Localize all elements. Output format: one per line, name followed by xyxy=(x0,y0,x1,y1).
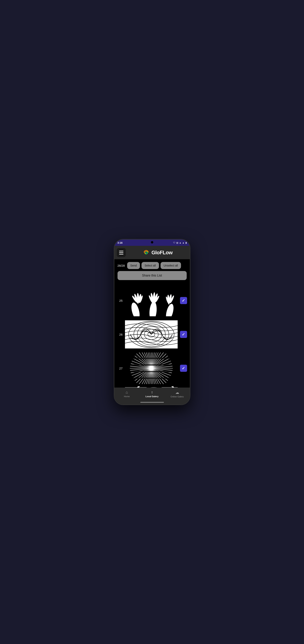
menu-line-2 xyxy=(119,252,123,253)
app-header: GloFLow xyxy=(114,246,190,259)
list-item: 27 xyxy=(114,351,190,385)
bottom-navigation: ⌂ Home ↑ Local Galery ☁ Online Galery xyxy=(114,388,190,400)
wifi-icon: ▲ xyxy=(179,242,181,244)
items-list: 25 xyxy=(114,282,190,388)
camera-notch xyxy=(151,241,153,244)
nav-label-online-gallery: Online Galery xyxy=(170,396,184,398)
nav-item-local-gallery[interactable]: ↑ Local Galery xyxy=(140,388,165,399)
share-list-button[interactable]: Share this List xyxy=(118,271,187,280)
svg-point-0 xyxy=(146,252,147,253)
main-content: 28/28 Send Select all Unselect all Share… xyxy=(114,259,190,388)
online-gallery-nav-icon: ☁ xyxy=(175,390,179,395)
unselect-all-button[interactable]: Unselect all xyxy=(160,262,181,269)
phone-frame: 3:16 🛡 ▤ ▲ ▲ ▮ xyxy=(114,239,190,405)
shield-icon: 🛡 xyxy=(173,242,175,244)
item-checkbox-26[interactable]: ✓ xyxy=(180,331,187,338)
app-title: GloFLow xyxy=(152,250,173,256)
status-time: 3:16 xyxy=(118,241,123,244)
selection-count: 28/28 xyxy=(118,264,125,267)
battery-icon: ▮ xyxy=(185,242,187,244)
checkmark-icon: ✓ xyxy=(182,298,185,302)
home-bar xyxy=(140,402,164,403)
item-number: 26 xyxy=(117,333,123,336)
nav-label-home: Home xyxy=(124,395,130,398)
toolbar: 28/28 Send Select all Unselect all Share… xyxy=(114,259,190,282)
item-image-27 xyxy=(125,352,178,384)
nav-item-online-gallery[interactable]: ☁ Online Galery xyxy=(165,388,190,399)
menu-button[interactable] xyxy=(117,248,126,257)
nav-label-local-gallery: Local Galery xyxy=(146,395,158,398)
item-number: 25 xyxy=(117,299,123,302)
status-icons: 🛡 ▤ ▲ ▲ ▮ xyxy=(173,242,187,244)
item-number: 27 xyxy=(117,367,123,370)
send-button[interactable]: Send xyxy=(127,262,140,269)
spiral-logo-icon xyxy=(143,249,150,256)
local-gallery-nav-icon: ↑ xyxy=(151,390,153,395)
checkmark-icon: ✓ xyxy=(182,332,185,336)
checkmark-icon: ✓ xyxy=(182,366,185,370)
list-item: 26 xyxy=(114,318,190,351)
svg-point-85 xyxy=(150,367,152,369)
nav-item-home[interactable]: ⌂ Home xyxy=(114,388,140,399)
item-image-25 xyxy=(125,285,178,316)
menu-line-1 xyxy=(119,251,123,251)
select-all-button[interactable]: Select all xyxy=(142,262,159,269)
toolbar-top-row: 28/28 Send Select all Unselect all xyxy=(118,262,187,269)
item-checkbox-25[interactable]: ✓ xyxy=(180,297,187,304)
list-item: 25 xyxy=(114,284,190,318)
menu-line-3 xyxy=(119,254,123,254)
signal-icon: ▲ xyxy=(182,242,184,244)
home-indicator xyxy=(114,400,190,404)
item-checkbox-27[interactable]: ✓ xyxy=(180,365,187,372)
list-item: 28 xyxy=(114,385,190,388)
sim-icon: ▤ xyxy=(176,242,178,244)
logo-area: GloFLow xyxy=(128,249,187,256)
home-nav-icon: ⌂ xyxy=(126,390,128,395)
item-image-26 xyxy=(125,319,178,350)
